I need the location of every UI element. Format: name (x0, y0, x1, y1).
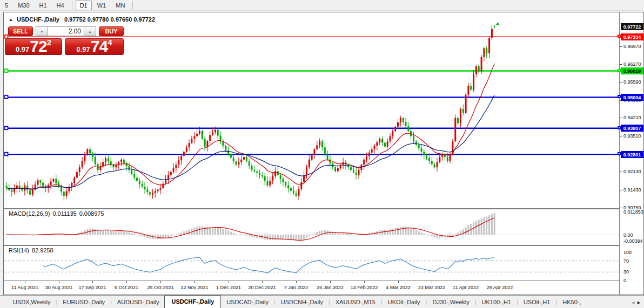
macd-title: MACD(12,26,9) (9, 210, 50, 217)
date-axis-tick (126, 281, 127, 283)
date-label: 6 Oct 2021 (115, 285, 138, 290)
price-axis-tick (620, 190, 622, 190)
buy-price-pip: 4 (108, 39, 112, 46)
sell-price-main: 72 (30, 39, 46, 54)
toolbar-separator (132, 1, 133, 9)
price-level-handle[interactable] (618, 69, 621, 72)
price-axis-label: 0.92130 (623, 169, 641, 174)
price-level-tag[interactable]: 0.97722 (621, 23, 643, 30)
date-axis-tick (25, 281, 25, 283)
sell-price-pip: 2 (47, 39, 51, 46)
timeframe-button-h1[interactable]: H1 (35, 1, 51, 10)
chart-title: ▲ USDCHF-,Daily 0.97752 0.97780 0.97650 … (9, 16, 155, 23)
tab-uk100-h1[interactable]: UK100-,H1 (477, 297, 516, 308)
macd-value: 0.011135 (52, 210, 76, 217)
one-click-trading-panel: SELL ▼ ▲ BUY 0.97 72 2 0.97 74 4 (8, 26, 126, 55)
volume-input[interactable] (48, 26, 84, 36)
tab-dj30-weekly[interactable]: DJ30-,Weekly (427, 297, 474, 308)
rsi-value: 82.9258 (32, 247, 53, 254)
timeframe-button-h4[interactable]: H4 (52, 1, 69, 10)
timeframe-button-mn[interactable]: MN (111, 1, 129, 10)
date-axis-tick (59, 281, 59, 283)
date-axis-tick (398, 281, 399, 283)
volume-increase-button[interactable]: ▲ (84, 26, 96, 36)
timeframe-toolbar: 5M30H1H4D1W1MN (0, 0, 644, 11)
main-chart-pane[interactable]: ▲ USDCHF-,Daily 0.97752 0.97780 0.97650 … (4, 15, 619, 208)
date-axis-tick (500, 281, 500, 283)
sell-price-prefix: 0.97 (16, 45, 29, 54)
tab-scroll-left-icon[interactable]: ◄ (630, 300, 636, 305)
price-level-handle[interactable] (618, 35, 621, 38)
price-level-tag[interactable]: 0.95004 (621, 94, 643, 101)
tab-xauusd-m15[interactable]: XAUUSD-,M15 (330, 297, 381, 308)
date-label: 11 Aug 2021 (11, 285, 38, 290)
date-axis-tick (330, 281, 331, 283)
tab-eurusd-daily[interactable]: EURUSD-,Daily (57, 297, 110, 308)
macd-label: MACD(12,26,9)0.0111350.008975 (9, 210, 107, 217)
price-axis-tick (620, 46, 622, 47)
rsi-axis-label: 70 (623, 258, 629, 264)
date-label: 17 Sep 2021 (78, 285, 106, 290)
toolbar-separator (72, 1, 72, 9)
price-axis-tick (620, 118, 622, 118)
rsi-label: RSI(14)82.9258 (9, 247, 56, 254)
tab-audusd-daily[interactable]: AUDUSD-,Daily (112, 297, 165, 308)
chart-window: ▲ USDCHF-,Daily 0.97752 0.97780 0.97650 … (3, 12, 644, 295)
price-level-tag[interactable]: 0.92801 (621, 151, 643, 158)
date-axis-tick (92, 281, 93, 283)
buy-button[interactable]: BUY (99, 26, 124, 36)
date-label: 12 Nov 2021 (180, 285, 208, 290)
tab-scroll-arrows: ◄► (630, 300, 642, 305)
ohlc-values: 0.97752 0.97780 0.97650 0.97722 (64, 16, 155, 23)
price-level-tag[interactable]: 0.93807 (621, 125, 643, 132)
timeframe-button-m30[interactable]: M30 (14, 1, 33, 10)
sell-button[interactable]: SELL (8, 26, 33, 36)
tab-usdcnh-daily[interactable]: USDCNH-,Daily (276, 297, 328, 308)
date-axis-tick (229, 281, 229, 283)
rsi-chart[interactable] (4, 246, 619, 281)
date-label: 30 Aug 2021 (45, 285, 73, 290)
rsi-pane[interactable]: RSI(14)82.9258 (4, 246, 619, 281)
macd-signal-value: 0.008975 (79, 210, 104, 217)
price-level-tag[interactable]: 0.97334 (621, 33, 643, 40)
rsi-axis-label: 30 (623, 269, 629, 275)
date-label: 4 Mar 2022 (386, 285, 411, 290)
rsi-axis-label: 100 (623, 250, 632, 255)
date-axis-tick (194, 281, 195, 283)
tab-usdcad-daily[interactable]: USDCAD-,Daily (221, 297, 274, 308)
macd-axis-label: 0.00 (623, 232, 633, 238)
date-label: 23 Mar 2022 (418, 285, 446, 290)
price-level-tag[interactable]: 0.96019 (621, 67, 643, 74)
price-axis-tick (620, 172, 622, 172)
price-level-handle[interactable] (618, 126, 621, 129)
buy-price-box[interactable]: 0.97 74 4 (65, 38, 124, 55)
collapse-icon[interactable]: ▲ (9, 17, 13, 22)
timeframe-button-w1[interactable]: W1 (93, 1, 111, 10)
macd-pane[interactable]: MACD(12,26,9)0.0111350.008975 (4, 209, 619, 245)
price-axis-label: 0.94210 (623, 115, 641, 120)
date-label: 14 Feb 2022 (351, 285, 378, 290)
date-axis-tick (296, 281, 297, 283)
tab-usoil-h1[interactable]: USOil-,H1 (518, 297, 556, 308)
volume-decrease-button[interactable]: ▼ (36, 26, 48, 36)
date-label: 29 Apr 2022 (487, 285, 513, 290)
macd-axis-label: -0.00394 (623, 238, 643, 244)
price-level-handle[interactable] (618, 95, 621, 98)
timeframe-button-5[interactable]: 5 (1, 1, 12, 10)
tab-usdx-weekly[interactable]: USDX,Weekly (8, 297, 56, 308)
symbol-period-label: USDCHF-,Daily (17, 16, 59, 23)
date-axis-tick (466, 281, 466, 283)
tab-usdchf-daily[interactable]: USDCHF-,Daily (164, 296, 221, 308)
date-axis-tick (364, 281, 365, 283)
timeframe-button-d1[interactable]: D1 (76, 1, 92, 10)
price-axis-label: 0.95590 (623, 79, 641, 85)
date-label: 7 Jan 2022 (284, 285, 308, 290)
price-axis-tick (620, 82, 622, 83)
price-level-handle[interactable] (618, 152, 621, 155)
sell-price-box[interactable]: 0.97 72 2 (5, 38, 62, 55)
tab-hk50[interactable]: HK50-, (557, 297, 586, 308)
tab-ukoil-daily[interactable]: UKOil-,Daily (383, 297, 426, 308)
tab-scroll-right-icon[interactable]: ► (636, 300, 642, 305)
date-label: 20 Dec 2021 (248, 285, 276, 290)
chart-tabs-bar: USDX,Weekly|EURUSD-,Daily|AUDUSD-,DailyU… (0, 295, 644, 308)
